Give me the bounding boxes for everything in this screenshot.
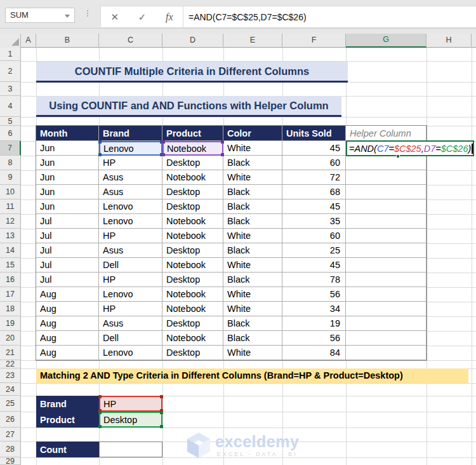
row-header-22[interactable]: 22 xyxy=(0,360,21,368)
table-header-units-sold[interactable]: Units Sold xyxy=(282,126,346,141)
criteria-banner[interactable]: Matching 2 AND Type Criteria in Differen… xyxy=(36,368,468,383)
table-cell-r13-cB[interactable]: Jul xyxy=(36,229,99,243)
table-cell-r20-cF[interactable]: 56 xyxy=(282,331,346,346)
table-cell-r18-cC[interactable]: HP xyxy=(99,302,162,316)
table-cell-r15-cB[interactable]: Jul xyxy=(36,258,99,273)
table-cell-r10-cG[interactable] xyxy=(346,185,426,199)
table-cell-r12-cG[interactable] xyxy=(346,214,426,229)
table-cell-r15-cF[interactable]: 45 xyxy=(282,258,346,273)
table-cell-r16-cC[interactable]: HP xyxy=(99,273,162,287)
table-cell-r7-cB[interactable]: Jun xyxy=(36,141,99,156)
editing-cell-G7[interactable]: =AND(C7=$C$25,D7=$C$26) xyxy=(346,140,474,156)
table-cell-r7-cE[interactable]: White xyxy=(223,141,282,156)
table-cell-r18-cD[interactable]: Notebook xyxy=(162,302,223,316)
row-header-20[interactable]: 20 xyxy=(0,331,21,346)
column-header-G[interactable]: G xyxy=(346,34,426,48)
table-cell-r17-cB[interactable]: Aug xyxy=(36,287,99,302)
row-header-7[interactable]: 7 xyxy=(0,141,21,156)
name-box[interactable]: SUM xyxy=(5,8,75,23)
table-cell-r18-cB[interactable]: Aug xyxy=(36,302,99,316)
row-header-4[interactable]: 4 xyxy=(0,96,21,117)
table-cell-r18-cE[interactable]: White xyxy=(223,302,282,316)
table-cell-r19-cG[interactable] xyxy=(346,316,426,331)
table-cell-r14-cE[interactable]: Black xyxy=(223,243,282,258)
table-cell-r19-cB[interactable]: Aug xyxy=(36,316,99,331)
count-label-cell[interactable]: Count xyxy=(36,441,99,457)
table-cell-r9-cD[interactable]: Notebook xyxy=(162,170,223,185)
title-banner-main[interactable]: COUNTIF Multiple Criteria in Different C… xyxy=(36,62,348,83)
ref-cell-D7[interactable]: Notebook xyxy=(162,141,223,156)
table-cell-r17-cF[interactable]: 56 xyxy=(282,287,346,302)
formula-input[interactable]: =AND(C7=$C$25,D7=$C$26) xyxy=(183,6,476,28)
title-banner-sub[interactable]: Using COUNTIF and AND Functions with Hel… xyxy=(36,96,341,117)
column-header-F[interactable]: F xyxy=(282,34,346,48)
table-cell-r21-cC[interactable]: Lenovo xyxy=(99,346,162,360)
table-cell-r8-cF[interactable]: 60 xyxy=(282,156,346,170)
table-cell-r12-cE[interactable]: Black xyxy=(223,214,282,229)
table-header-helper-column[interactable]: Helper Column xyxy=(346,126,426,141)
table-cell-r8-cC[interactable]: HP xyxy=(99,156,162,170)
table-cell-r13-cF[interactable]: 60 xyxy=(282,229,346,243)
table-cell-r12-cB[interactable]: Jul xyxy=(36,214,99,229)
column-header-A[interactable]: A xyxy=(21,34,36,48)
product-value-cell-C26[interactable]: Desktop xyxy=(99,412,162,428)
table-cell-r12-cF[interactable]: 35 xyxy=(282,214,346,229)
table-cell-r8-cG[interactable] xyxy=(346,156,426,170)
table-cell-r19-cF[interactable]: 19 xyxy=(282,316,346,331)
table-cell-r20-cD[interactable]: Notebook xyxy=(162,331,223,346)
table-cell-r13-cE[interactable]: White xyxy=(223,229,282,243)
table-cell-r9-cE[interactable]: White xyxy=(223,170,282,185)
row-header-5[interactable]: 5 xyxy=(0,117,21,126)
column-header-H[interactable]: H xyxy=(426,34,472,48)
table-cell-r11-cB[interactable]: Jun xyxy=(36,199,99,214)
table-cell-r10-cD[interactable]: Desktop xyxy=(162,185,223,199)
table-cell-r14-cB[interactable]: Jul xyxy=(36,243,99,258)
table-cell-r21-cB[interactable]: Aug xyxy=(36,346,99,360)
table-cell-r14-cD[interactable]: Desktop xyxy=(162,243,223,258)
table-cell-r19-cC[interactable]: Asus xyxy=(99,316,162,331)
table-cell-r18-cF[interactable]: 34 xyxy=(282,302,346,316)
table-cell-r14-cG[interactable] xyxy=(346,243,426,258)
table-cell-r15-cG[interactable] xyxy=(346,258,426,273)
table-cell-r19-cE[interactable]: Black xyxy=(223,316,282,331)
table-cell-r7-cF[interactable]: 45 xyxy=(282,141,346,156)
table-cell-r16-cB[interactable]: Jul xyxy=(36,273,99,287)
table-cell-r12-cC[interactable]: Lenovo xyxy=(99,214,162,229)
table-cell-r11-cD[interactable]: Desktop xyxy=(162,199,223,214)
column-header-C[interactable]: C xyxy=(99,34,162,48)
table-header-product[interactable]: Product xyxy=(162,126,223,141)
row-header-1[interactable]: 1 xyxy=(0,48,21,61)
table-cell-r13-cC[interactable]: HP xyxy=(99,229,162,243)
table-cell-r15-cC[interactable]: Dell xyxy=(99,258,162,273)
enter-icon[interactable]: ✓ xyxy=(138,11,147,23)
row-header-14[interactable]: 14 xyxy=(0,243,21,258)
table-cell-r14-cF[interactable]: 25 xyxy=(282,243,346,258)
table-cell-r10-cC[interactable]: Asus xyxy=(99,185,162,199)
table-cell-r20-cG[interactable] xyxy=(346,331,426,346)
table-cell-r9-cB[interactable]: Jun xyxy=(36,170,99,185)
table-cell-r10-cE[interactable]: Black xyxy=(223,185,282,199)
row-header-28[interactable]: 28 xyxy=(0,441,21,457)
row-header-2[interactable]: 2 xyxy=(0,61,21,82)
column-header-D[interactable]: D xyxy=(162,34,223,48)
cancel-icon[interactable]: ✕ xyxy=(110,11,119,23)
row-header-3[interactable]: 3 xyxy=(0,82,21,96)
product-label-cell[interactable]: Product xyxy=(36,412,99,428)
table-cell-r21-cF[interactable]: 84 xyxy=(282,346,346,360)
row-header-9[interactable]: 9 xyxy=(0,170,21,185)
row-header-15[interactable]: 15 xyxy=(0,258,21,273)
row-header-11[interactable]: 11 xyxy=(0,199,21,214)
brand-label-cell[interactable]: Brand xyxy=(36,396,99,412)
row-header-19[interactable]: 19 xyxy=(0,316,21,331)
table-cell-r8-cD[interactable]: Desktop xyxy=(162,156,223,170)
table-cell-r17-cE[interactable]: White xyxy=(223,287,282,302)
row-header-13[interactable]: 13 xyxy=(0,229,21,243)
name-box-dropdown-icon[interactable] xyxy=(65,15,70,18)
table-cell-r16-cE[interactable]: Black xyxy=(223,273,282,287)
table-cell-r21-cD[interactable]: Desktop xyxy=(162,346,223,360)
count-value-cell[interactable] xyxy=(99,441,162,457)
table-cell-r18-cG[interactable] xyxy=(346,302,426,316)
fill-handle[interactable] xyxy=(396,154,400,158)
brand-value-cell-C25[interactable]: HP xyxy=(99,396,162,412)
row-header-10[interactable]: 10 xyxy=(0,185,21,199)
